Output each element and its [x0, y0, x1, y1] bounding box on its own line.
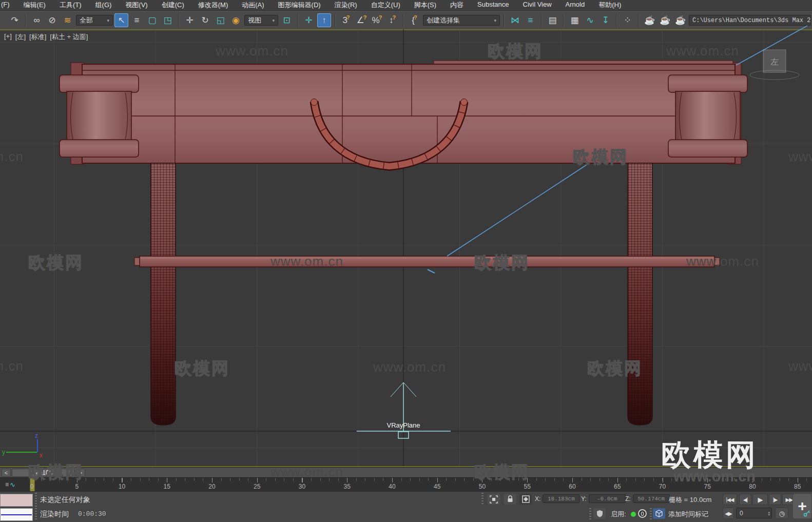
time-tag-cube-button[interactable]	[653, 508, 665, 519]
dope-sheet-icon[interactable]: ↧	[598, 13, 612, 27]
security-shield-button[interactable]	[593, 508, 606, 519]
render-production-icon[interactable]: ☕	[673, 13, 687, 27]
track-bar[interactable]: ≡ ∿ 0510152025303540455055606570758085	[0, 477, 812, 492]
rendered-frame-icon[interactable]: ☕	[658, 13, 672, 27]
select-and-place-icon[interactable]: ◉	[229, 13, 243, 27]
add-key-button[interactable]: +	[792, 493, 812, 519]
link-icon[interactable]: ∞	[30, 13, 44, 27]
window-crossing-icon[interactable]: ◳	[161, 13, 175, 27]
menu-item-12[interactable]: 内容	[450, 1, 463, 10]
go-to-start-button[interactable]: |◀◀	[723, 494, 737, 505]
menu-item-1[interactable]: 编辑(E)	[24, 1, 46, 10]
current-frame-field[interactable]: 0 ▴ ▾	[736, 508, 772, 518]
select-and-scale-icon[interactable]: ◱	[214, 13, 227, 27]
keyboard-override-icon[interactable]: ↑	[317, 13, 331, 27]
use-pivot-center-icon[interactable]: ⊡	[280, 13, 294, 27]
menu-item-2[interactable]: 工具(T)	[60, 1, 82, 10]
spinner-down-icon[interactable]: ▾	[768, 513, 770, 516]
bind-to-spacewarp-icon[interactable]: ≋	[61, 13, 74, 27]
particle-view-icon[interactable]: ⁘	[621, 13, 634, 27]
menu-item-0[interactable]: (F)	[1, 1, 10, 10]
menu-item-15[interactable]: Arnold	[566, 1, 585, 10]
menu-item-3[interactable]: 组(G)	[95, 1, 112, 10]
select-and-rotate-icon[interactable]: ↻	[198, 13, 212, 27]
select-and-manipulate-icon[interactable]: ✛	[302, 13, 316, 27]
ruler-tick-label: 20	[204, 483, 220, 490]
toolbar-separator	[178, 14, 179, 27]
select-and-place-icon-glyph: ◉	[232, 16, 240, 25]
menu-item-6[interactable]: 修改器(M)	[198, 1, 228, 10]
toolbar-separator	[563, 14, 564, 27]
curve-editor-icon[interactable]: ∿	[583, 13, 597, 27]
menu-item-7[interactable]: 动画(A)	[242, 1, 264, 10]
ruler-tick-label: 0	[24, 483, 40, 490]
render-time-value: 0:00:30	[78, 510, 106, 518]
time-configuration-button[interactable]: ◷	[775, 508, 788, 519]
isolate-selection-button[interactable]	[488, 494, 500, 505]
menu-item-10[interactable]: 自定义(U)	[371, 1, 400, 10]
viewport[interactable]	[0, 29, 812, 467]
time-slider-handle[interactable]: 0 / 100	[12, 469, 74, 477]
enable-count-badge[interactable]: 0	[638, 509, 647, 518]
redo-icon[interactable]: ↷	[8, 13, 22, 27]
listener-splitter[interactable]	[35, 493, 37, 520]
menu-item-14[interactable]: Civil View	[523, 1, 552, 10]
menu-item-4[interactable]: 视图(V)	[125, 1, 147, 10]
select-object-icon[interactable]: ↖	[114, 13, 128, 27]
maxscript-listener-field[interactable]	[0, 508, 33, 521]
toolbar-separator	[25, 14, 26, 27]
timetag-divider	[650, 508, 652, 519]
percent-snap-icon[interactable]: %?	[370, 13, 384, 27]
select-by-name-icon[interactable]: ≡	[130, 13, 144, 27]
viewport-menu-standard[interactable]: [标准]	[29, 32, 46, 42]
coord-z-field[interactable]: 50.174cm	[633, 494, 670, 503]
coord-x-field[interactable]: 18.183cm	[543, 494, 579, 503]
menu-item-13[interactable]: Substance	[477, 1, 509, 10]
reference-coordsys-dropdown[interactable]: 视图▾	[244, 15, 278, 26]
ruler-tick-label: 15	[159, 483, 175, 490]
play-button[interactable]: ▶	[752, 494, 768, 505]
scene-explorer-icon-glyph: ▦	[570, 16, 578, 25]
menu-item-8[interactable]: 图形编辑器(D)	[278, 1, 321, 10]
key-mode-toggle-button[interactable]: ◀▶	[723, 508, 734, 519]
selection-filter-dropdown-label: 全部	[80, 16, 93, 25]
frame-step-back-button[interactable]: <	[2, 469, 11, 477]
next-frame-button[interactable]: |▶	[769, 494, 781, 505]
viewport-menu-shading[interactable]: [粘土 + 边面]	[50, 32, 88, 42]
render-setup-icon[interactable]: ☕	[643, 13, 656, 27]
menu-item-16[interactable]: 帮助(H)	[598, 1, 621, 10]
listener-text-line	[1, 514, 32, 515]
menu-item-5[interactable]: 创建(C)	[162, 1, 184, 10]
coord-y-field[interactable]: -0.0cm	[589, 494, 626, 503]
select-and-move-icon[interactable]: ✛	[183, 13, 197, 27]
absolute-mode-transform-button[interactable]	[519, 494, 532, 505]
frame-spinner[interactable]: ▴ ▾	[768, 511, 771, 516]
menu-item-9[interactable]: 渲染(R)	[335, 1, 357, 10]
mini-curve-editor-button[interactable]: ≡ ∿	[5, 479, 23, 490]
viewport-menu-general[interactable]: [+]	[4, 32, 12, 42]
toolbar-separator	[403, 14, 404, 27]
add-time-tag-button[interactable]: 添加时间标记	[668, 510, 708, 519]
select-and-manipulate-icon-glyph: ✛	[305, 16, 312, 25]
enable-divider	[589, 508, 591, 519]
layer-manager-icon[interactable]: ▤	[546, 13, 559, 27]
selection-lock-button[interactable]	[504, 494, 516, 505]
named-selection-sets-dropdown[interactable]: 创建选择集▾	[423, 15, 500, 26]
ruler-major-ticks	[32, 478, 812, 482]
project-folder-dropdown[interactable]: C:\Users\Han\Documents\3ds Max 2022▾	[689, 15, 811, 26]
unlink-icon[interactable]: ⊘	[45, 13, 59, 27]
edit-named-selection-sets-icon[interactable]: {?	[408, 13, 421, 27]
snap-toggle-3d-icon[interactable]: 3?	[339, 13, 353, 27]
scene-explorer-icon[interactable]: ▦	[568, 13, 582, 27]
angle-snap-icon[interactable]: ∠?	[355, 13, 369, 27]
mirror-icon[interactable]: ⋈	[508, 13, 522, 27]
viewport-menu-view[interactable]: [左]	[15, 32, 26, 42]
menu-item-11[interactable]: 脚本(S)	[414, 1, 436, 10]
rect-selection-region-icon[interactable]: ▢	[145, 13, 159, 27]
selection-filter-dropdown[interactable]: 全部▾	[76, 15, 113, 26]
frame-step-forward-button[interactable]: >	[76, 469, 85, 477]
spinner-snap-icon[interactable]: ↕?	[385, 13, 399, 27]
previous-frame-button[interactable]: ◀|	[739, 494, 751, 505]
macro-recorder-field[interactable]	[0, 494, 33, 507]
align-icon[interactable]: ≡	[524, 13, 537, 27]
